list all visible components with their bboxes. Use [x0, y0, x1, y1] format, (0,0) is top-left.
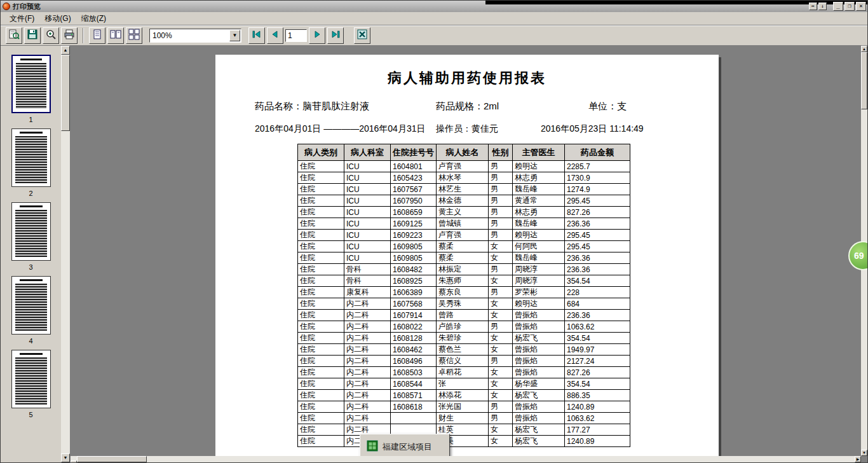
table-cell: 内二科 — [344, 310, 391, 321]
zoom-tool-button[interactable] — [6, 27, 22, 44]
table-cell: 男 — [489, 218, 513, 230]
thumbnail-page-3[interactable]: 3 — [10, 202, 52, 271]
table-cell: 住院 — [298, 161, 344, 172]
project-icon — [367, 440, 378, 454]
single-page-view-button[interactable] — [89, 27, 105, 44]
close-button[interactable]: ✕ — [856, 2, 866, 11]
menu-move[interactable]: 移动(G) — [39, 12, 76, 25]
prev-page-button[interactable] — [267, 27, 283, 44]
table-row: 住院ICU1604801卢育强男赖明达2285.7 — [298, 161, 630, 172]
table-cell: 827.26 — [565, 207, 630, 218]
table-row: 住院ICU1609805蔡柔女魏岳峰236.36 — [298, 252, 630, 264]
single-page-icon — [92, 29, 103, 43]
page-number-input[interactable] — [285, 29, 307, 42]
table-cell: 男 — [489, 184, 513, 195]
titlebar: 打印预览 ↔ ↓ _ ❐ ✕ — [1, 1, 867, 12]
table-row: 住院内二科1608462蔡色兰女曾振焰1949.97 — [298, 344, 630, 356]
table-cell: 住院 — [298, 184, 344, 195]
table-cell: 康复科 — [344, 287, 391, 298]
table-row: 住院ICU1605423林水琴男林志勇1730.9 — [298, 172, 630, 184]
multi-page-view-button[interactable] — [126, 27, 142, 44]
table-cell: 827.26 — [565, 367, 630, 378]
chevron-down-icon[interactable]: ▼ — [229, 30, 240, 41]
table-cell: 住院 — [298, 172, 344, 184]
table-cell: 1607950 — [391, 195, 437, 207]
thumbnail-page-2[interactable]: 2 — [10, 128, 52, 197]
window-title: 打印预览 — [13, 2, 41, 11]
zoom-select[interactable]: 100% ▼ — [149, 29, 241, 43]
scroll-left-icon[interactable]: ◀ — [71, 460, 77, 462]
scrollbar-thumb[interactable] — [61, 55, 70, 131]
table-cell: 177.27 — [565, 424, 630, 436]
menu-zoom[interactable]: 缩放(Z) — [76, 12, 111, 25]
horizontal-scrollbar[interactable]: ◀ ▶ — [71, 456, 861, 462]
thumbnail-page-5[interactable]: 5 — [10, 350, 52, 418]
zoom-page-icon — [8, 29, 20, 43]
mini-report-title — [20, 132, 43, 134]
table-row: 住院内二科1608571林添花女杨宏飞886.35 — [298, 390, 630, 401]
thumbnail-label: 4 — [10, 337, 52, 345]
scrollbar-thumb[interactable] — [77, 456, 147, 462]
table-cell: 住院 — [298, 195, 344, 207]
table-cell: 354.54 — [565, 378, 630, 390]
next-page-button[interactable] — [309, 27, 325, 44]
scroll-right-icon[interactable]: ▶ — [855, 456, 861, 462]
table-cell: 228 — [565, 287, 630, 298]
table-cell: ICU — [344, 218, 391, 230]
thumbnail-panel: 1 2 3 4 5 ▲ — [1, 46, 71, 462]
thumbnail-page-4[interactable]: 4 — [10, 276, 52, 345]
zoom-in-button[interactable] — [43, 27, 59, 44]
first-page-button[interactable] — [248, 27, 265, 44]
table-row: 住院内二科1608618张光国男曾振焰1240.89 — [298, 401, 630, 413]
restore-button[interactable]: ❐ — [844, 2, 855, 11]
table-cell: 蔡柔 — [437, 241, 489, 252]
table-cell: 男 — [489, 356, 513, 367]
table-cell: 林艺生 — [437, 184, 489, 195]
table-cell: 女 — [489, 333, 513, 344]
col-drug-amount: 药品金额 — [565, 144, 630, 161]
close-preview-button[interactable] — [354, 27, 370, 44]
arrow-down-button[interactable]: ↓ — [818, 3, 827, 10]
thumbnail-page-1[interactable]: 1 — [10, 55, 52, 123]
thumbnail-label: 3 — [10, 263, 52, 271]
table-cell: 周晓淳 — [513, 264, 565, 275]
table-cell: 住院 — [298, 310, 344, 321]
menu-file[interactable]: 文件(F) — [4, 12, 39, 25]
table-cell: 女 — [489, 436, 513, 447]
scroll-up-icon[interactable]: ▲ — [61, 46, 70, 55]
table-cell: 内二科 — [344, 298, 391, 310]
print-time-label: 2016年05月23日 11:14:49 — [541, 123, 644, 135]
table-cell: 女 — [489, 344, 513, 356]
table-cell: 1607567 — [391, 184, 437, 195]
table-cell: ICU — [344, 172, 391, 184]
save-button[interactable] — [24, 27, 41, 44]
table-cell: 1608925 — [391, 275, 437, 287]
two-page-view-button[interactable] — [107, 27, 124, 44]
floating-badge-button[interactable]: 69 — [848, 241, 867, 270]
table-cell: 赖明达 — [513, 298, 565, 310]
scroll-down-icon[interactable]: ▼ — [61, 453, 70, 462]
scrollbar-thumb[interactable] — [861, 52, 867, 109]
next-page-icon — [311, 29, 323, 43]
mini-report-title — [20, 59, 42, 60]
col-patient-name: 病人姓名 — [437, 144, 489, 161]
table-cell: 曾振焰 — [513, 367, 565, 378]
table-cell: 内二科 — [344, 401, 391, 413]
table-cell: 354.54 — [565, 333, 630, 344]
print-button[interactable] — [61, 27, 78, 44]
table-cell: 朱碧珍 — [437, 333, 489, 344]
drug-name-label: 药品名称：脑苷肌肽注射液 — [255, 100, 369, 113]
table-cell: ICU — [344, 195, 391, 207]
col-gender: 性别 — [489, 144, 513, 161]
last-page-button[interactable] — [327, 27, 344, 44]
table-cell: 女 — [489, 252, 513, 264]
scroll-up-icon[interactable]: ▲ — [861, 46, 867, 52]
printer-icon — [64, 29, 75, 43]
report-page: 病人辅助用药使用报表 药品名称：脑苷肌肽注射液 药品规格：2ml 单位：支 20… — [215, 55, 719, 462]
table-cell: 曾城镇 — [437, 218, 489, 230]
arrow-horizontal-button[interactable]: ↔ — [809, 3, 817, 10]
scroll-down-icon[interactable]: ▼ — [861, 450, 867, 456]
minimize-button[interactable]: _ — [833, 2, 843, 11]
thumbnail-scrollbar[interactable]: ▲ ▼ — [61, 46, 70, 462]
table-row: 住院内二科小美女杨宏飞1240.89 — [298, 436, 630, 447]
